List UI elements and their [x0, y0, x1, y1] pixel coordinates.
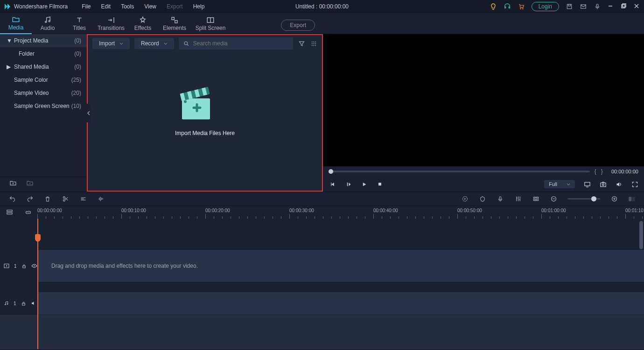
timeline-toolbar	[0, 192, 644, 206]
lightbulb-icon[interactable]	[490, 3, 497, 10]
tab-titles[interactable]: Titles	[63, 13, 95, 34]
sidebar-sample-green[interactable]: Sample Green Screen(10)	[0, 100, 87, 113]
zoom-fit-button[interactable]	[628, 195, 636, 203]
save-icon[interactable]	[566, 3, 573, 10]
crop-icon[interactable]	[532, 195, 539, 203]
tab-effects[interactable]: Effects	[127, 13, 159, 34]
record-dropdown[interactable]: Record	[134, 38, 174, 49]
mute-track-icon[interactable]	[31, 300, 36, 307]
sidebar-folder[interactable]: Folder(0)	[0, 47, 87, 60]
menu-file[interactable]: File	[77, 1, 95, 12]
lock-track-icon[interactable]	[21, 300, 26, 307]
svg-point-35	[602, 184, 604, 186]
voiceover-icon[interactable]	[497, 195, 504, 203]
playhead-handle[interactable]	[35, 234, 41, 242]
edit-button[interactable]	[79, 195, 87, 203]
mixer-icon[interactable]	[514, 195, 522, 203]
sidebar-collapse-handle[interactable]	[87, 104, 91, 122]
sidebar-sample-video[interactable]: Sample Video(20)	[0, 86, 87, 100]
marker-icon[interactable]	[479, 195, 486, 203]
mic-download-icon[interactable]	[594, 3, 601, 10]
tab-media[interactable]: Media	[0, 13, 32, 34]
sidebar-sample-color[interactable]: Sample Color(25)	[0, 73, 87, 86]
timeline-ruler[interactable]: 00:00:00:0000:00:10:0000:00:20:0000:00:3…	[37, 206, 644, 219]
visibility-icon[interactable]	[31, 262, 37, 270]
scrubber-thumb[interactable]	[329, 169, 333, 174]
close-button[interactable]	[634, 3, 640, 10]
tab-split-screen[interactable]: Split Screen	[190, 13, 231, 34]
video-track-1[interactable]: 1 Drag and drop media and effects here t…	[0, 250, 644, 282]
scrollbar-thumb[interactable]	[639, 221, 643, 249]
snapshot-icon[interactable]	[599, 180, 607, 188]
ruler-mark: 00:00:20:00	[205, 208, 230, 213]
stop-button[interactable]	[376, 180, 384, 188]
tab-elements[interactable]: Elements	[159, 13, 190, 34]
menu-help[interactable]: Help	[189, 1, 210, 12]
lock-track-icon[interactable]	[21, 262, 27, 270]
volume-icon[interactable]	[615, 180, 623, 188]
delete-folder-icon[interactable]	[26, 179, 34, 187]
cart-icon[interactable]	[518, 3, 525, 10]
menu-export[interactable]: Export	[162, 1, 188, 12]
new-folder-icon[interactable]	[9, 179, 17, 187]
audio-sync-icon[interactable]	[97, 195, 105, 203]
track-manager-icon[interactable]	[6, 209, 13, 216]
menu-tools[interactable]: Tools	[116, 1, 139, 12]
svg-rect-47	[629, 197, 631, 201]
fullscreen-icon[interactable]	[631, 180, 638, 188]
delete-button[interactable]	[44, 195, 51, 203]
maximize-button[interactable]	[621, 3, 627, 10]
svg-point-53	[34, 265, 35, 266]
sidebar-shared-media[interactable]: ▶Shared Media(0)	[0, 60, 87, 73]
play-pause-button[interactable]	[344, 180, 352, 188]
export-button[interactable]: Export	[281, 20, 315, 31]
render-icon[interactable]	[461, 195, 469, 203]
login-button[interactable]: Login	[532, 2, 559, 11]
playhead[interactable]	[37, 219, 38, 349]
svg-point-23	[315, 45, 316, 46]
redo-button[interactable]	[26, 195, 34, 203]
link-icon[interactable]	[24, 209, 32, 216]
svg-rect-40	[533, 197, 538, 201]
display-icon[interactable]	[583, 180, 591, 188]
mark-in-button[interactable]: {	[595, 168, 596, 175]
zoom-slider[interactable]	[567, 198, 600, 200]
svg-point-15	[311, 41, 312, 42]
video-track-head: 1	[0, 250, 37, 282]
audio-track-1[interactable]: 1	[0, 292, 644, 315]
filter-icon[interactable]	[298, 40, 305, 47]
svg-rect-54	[22, 303, 25, 305]
prev-frame-button[interactable]	[329, 180, 336, 188]
sidebar-project-media[interactable]: ▼Project Media(0)	[0, 34, 87, 47]
titlebar: Wondershare Filmora File Edit Tools View…	[0, 0, 644, 13]
minimize-button[interactable]	[608, 3, 614, 10]
media-drop-zone[interactable]: Import Media Files Here	[175, 84, 235, 136]
play-button[interactable]	[360, 180, 368, 188]
tab-transitions[interactable]: Transitions	[95, 13, 127, 34]
menu-edit[interactable]: Edit	[97, 1, 116, 12]
preview-scrubber[interactable]	[329, 171, 590, 172]
app-logo-icon	[4, 3, 11, 10]
message-icon[interactable]	[580, 3, 587, 10]
tab-effects-label: Effects	[134, 25, 151, 31]
preview-canvas[interactable]	[323, 34, 644, 166]
grid-view-icon[interactable]	[310, 40, 317, 47]
menu-view[interactable]: View	[140, 1, 161, 12]
mark-out-button[interactable]: }	[601, 168, 603, 175]
preview-quality-dropdown[interactable]: Full	[544, 180, 575, 188]
undo-button[interactable]	[8, 195, 16, 203]
import-dropdown[interactable]: Import	[92, 38, 130, 49]
zoom-in-button[interactable]	[610, 195, 618, 203]
audio-track-icon	[4, 301, 9, 306]
search-media[interactable]	[179, 37, 293, 50]
zoom-out-button[interactable]	[550, 195, 557, 203]
search-input[interactable]	[193, 40, 288, 47]
chevron-down-icon	[567, 183, 570, 186]
media-panel[interactable]: Import Record Import Media Files Here	[87, 34, 323, 192]
tab-transitions-label: Transitions	[98, 25, 125, 31]
headset-icon[interactable]	[504, 3, 511, 10]
tab-audio[interactable]: Audio	[32, 13, 63, 34]
preview-time: 00:00:00:00	[611, 169, 638, 174]
split-button[interactable]	[62, 195, 69, 203]
zoom-thumb[interactable]	[591, 196, 596, 201]
